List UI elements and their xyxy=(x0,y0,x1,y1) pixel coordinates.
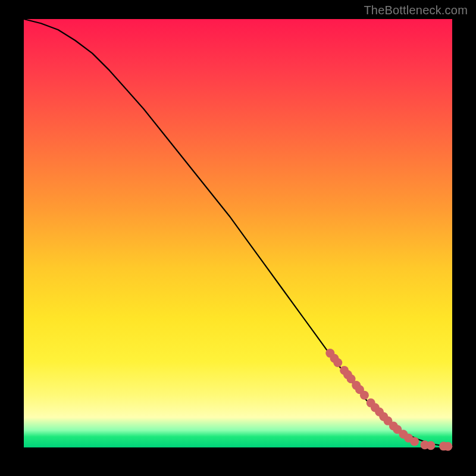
chart-svg xyxy=(24,19,452,447)
chart-frame: TheBottleneck.com xyxy=(0,0,476,476)
highlight-dots-group xyxy=(325,349,452,451)
highlight-dot xyxy=(333,358,342,367)
highlight-dot xyxy=(360,391,369,400)
plot-area xyxy=(24,19,452,447)
highlight-dot xyxy=(427,441,436,450)
watermark-text: TheBottleneck.com xyxy=(364,4,468,17)
highlight-dot xyxy=(410,437,419,446)
highlight-dot xyxy=(443,442,452,451)
curve-line xyxy=(24,19,452,447)
